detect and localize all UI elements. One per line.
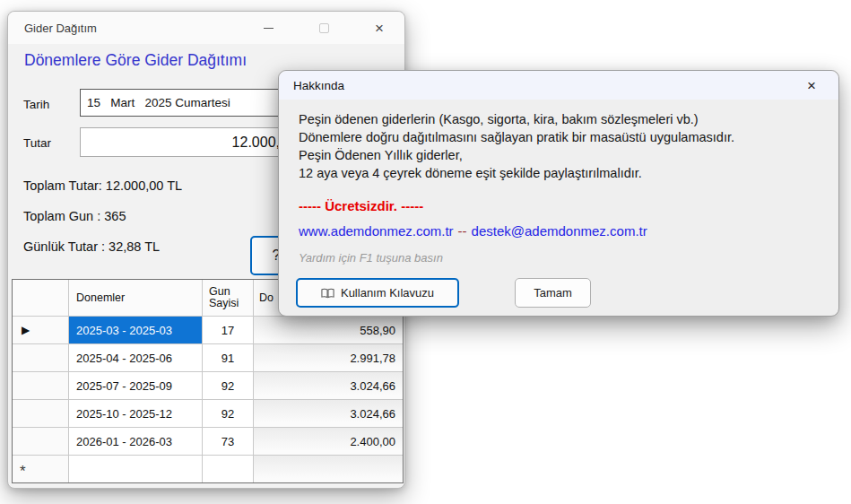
new-row-icon: *	[13, 463, 26, 481]
link-separator: --	[458, 223, 467, 239]
amount-cell[interactable]: 558,90	[253, 317, 403, 343]
days-cell[interactable]: 92	[202, 400, 253, 427]
days-cell[interactable]: 17	[202, 317, 253, 343]
amount-label: Tutar	[23, 136, 51, 150]
row-selector-cell[interactable]	[13, 344, 68, 371]
maximize-icon	[319, 23, 329, 33]
amount-cell[interactable]	[253, 456, 403, 482]
period-cell[interactable]: 2025-04 - 2025-06	[68, 344, 202, 371]
contact-links: www.ademdonmez.com.tr--destek@ademdonmez…	[299, 223, 647, 239]
column-header-periods[interactable]: Donemler	[68, 280, 202, 316]
website-link[interactable]: www.ademdonmez.com.tr	[299, 223, 454, 239]
row-selector-cell[interactable]: *	[13, 456, 68, 482]
about-text-line: Peşin Ödenen Yıllık giderler,	[299, 146, 734, 164]
page-title: Dönemlere Göre Gider Dağıtımı	[24, 51, 247, 70]
dialog-title: Hakkında	[293, 79, 344, 92]
dialog-close-button[interactable]: ×	[795, 71, 828, 100]
about-text-line: 12 aya veya 4 çeyrek döneme eşit şekilde…	[299, 164, 734, 182]
days-cell[interactable]: 92	[202, 372, 253, 399]
period-cell[interactable]: 2025-07 - 2025-09	[68, 372, 202, 399]
period-cell[interactable]	[68, 456, 202, 482]
close-icon: ×	[375, 21, 384, 36]
about-text-line: Dönemlere doğru dağıtılmasını sağlayan p…	[299, 128, 734, 146]
amount-cell[interactable]: 3.024,66	[253, 400, 403, 427]
days-cell[interactable]: 73	[202, 428, 253, 455]
close-icon: ×	[807, 78, 816, 93]
days-cell[interactable]	[202, 456, 253, 482]
row-selector-cell[interactable]: ▶	[13, 317, 68, 343]
maximize-button[interactable]	[304, 14, 343, 41]
period-cell[interactable]: 2026-01 - 2026-03	[68, 428, 202, 455]
period-cell[interactable]: 2025-03 - 2025-03	[68, 317, 202, 343]
f1-help-hint: Yardım için F1 tuşuna basın	[299, 251, 443, 265]
email-link[interactable]: destek@ademdonmez.com.tr	[472, 223, 647, 239]
total-amount-text: Toplam Tutar: 12.000,00 TL	[23, 178, 182, 193]
free-of-charge-text: ----- Ücretsizdir. -----	[299, 198, 423, 213]
ok-button[interactable]: Tamam	[515, 278, 591, 308]
window-title: Gider Dağıtım	[24, 22, 97, 35]
date-label: Tarih	[23, 98, 49, 111]
table-row: 2025-04 - 2025-06 91 2.991,78	[13, 343, 403, 371]
table-new-row: *	[13, 455, 403, 482]
row-selector-cell[interactable]	[13, 400, 68, 427]
row-selector-header[interactable]	[13, 280, 68, 316]
table-row: 2025-07 - 2025-09 92 3.024,66	[13, 371, 403, 399]
amount-cell[interactable]: 3.024,66	[253, 372, 403, 399]
daily-amount-text: Günlük Tutar : 32,88 TL	[23, 239, 160, 254]
about-description: Peşin ödenen giderlerin (Kasgo, sigorta,…	[299, 110, 734, 182]
row-selector-cell[interactable]	[13, 372, 68, 399]
amount-cell[interactable]: 2.400,00	[253, 428, 403, 455]
close-button[interactable]: ×	[360, 14, 399, 41]
minimize-button[interactable]	[248, 14, 288, 41]
minimize-icon	[264, 28, 274, 29]
row-selector-cell[interactable]	[13, 428, 68, 455]
desktop: Gider Dağıtım × Dönemlere Göre Gider Dağ…	[0, 0, 851, 504]
amount-cell[interactable]: 2.991,78	[253, 344, 403, 371]
dialog-titlebar: Hakkında ×	[279, 71, 838, 100]
user-manual-button[interactable]: Kullanım Kılavuzu	[296, 278, 459, 308]
about-text-line: Peşin ödenen giderlerin (Kasgo, sigorta,…	[299, 110, 734, 128]
table-row: ▶ 2025-03 - 2025-03 17 558,90	[13, 316, 403, 343]
column-header-days[interactable]: Gun Sayisi	[202, 280, 253, 316]
window-controls: ×	[248, 12, 399, 44]
days-cell[interactable]: 91	[202, 344, 253, 371]
total-days-text: Toplam Gun : 365	[23, 209, 126, 223]
table-row: 2026-01 - 2026-03 73 2.400,00	[13, 427, 403, 455]
about-dialog: Hakkında × Peşin ödenen giderlerin (Kasg…	[278, 70, 839, 317]
current-row-icon: ▶	[13, 324, 30, 336]
book-icon	[321, 288, 334, 299]
user-manual-label: Kullanım Kılavuzu	[341, 286, 434, 300]
period-cell[interactable]: 2025-10 - 2025-12	[68, 400, 202, 427]
table-row: 2025-10 - 2025-12 92 3.024,66	[13, 399, 403, 427]
main-titlebar: Gider Dağıtım ×	[8, 12, 404, 44]
